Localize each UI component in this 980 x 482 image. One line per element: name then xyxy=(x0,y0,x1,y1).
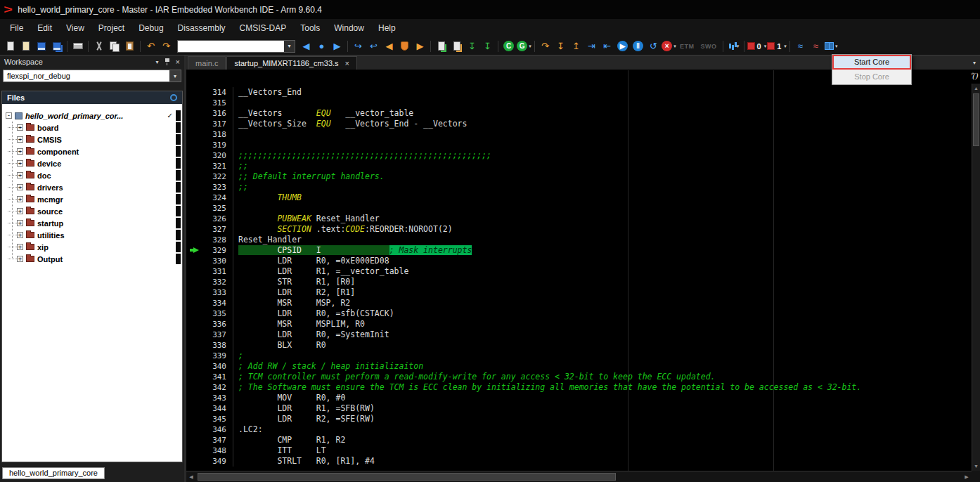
code-text[interactable] xyxy=(233,129,972,140)
go-button[interactable]: ▶ xyxy=(615,39,630,53)
close-icon[interactable]: × xyxy=(176,58,180,66)
caret-down-icon[interactable]: ▾ xyxy=(529,44,531,49)
breakpoint-margin[interactable] xyxy=(186,403,205,414)
code-text[interactable]: LDR R2, =SFE(RW) xyxy=(233,414,972,424)
toggle-bookmark-button[interactable] xyxy=(397,39,412,53)
breakpoint-margin[interactable] xyxy=(186,108,205,119)
scroll-right-icon[interactable]: ▶ xyxy=(962,471,972,482)
tab-list-button[interactable]: ▾ xyxy=(973,60,976,66)
expand-box-icon[interactable]: + xyxy=(17,172,23,178)
code-text[interactable]: CMP R1, R2 xyxy=(233,435,972,445)
breakpoint-margin[interactable] xyxy=(186,235,205,245)
code-text[interactable]: Reset_Handler xyxy=(233,235,972,245)
step-into-button[interactable]: ↧ xyxy=(553,39,568,53)
code-text[interactable]: LDR R0, =sfb(CSTACK) xyxy=(233,308,972,319)
breakpoint-margin[interactable] xyxy=(186,98,205,108)
breakpoint-margin[interactable] xyxy=(186,182,205,193)
goto-back-button[interactable]: ↩ xyxy=(366,39,381,53)
breakpoint-margin[interactable] xyxy=(186,224,205,235)
breakpoint-margin[interactable] xyxy=(186,214,205,224)
expand-box-icon[interactable]: + xyxy=(17,184,23,190)
menu-item-start-core[interactable]: Start Core xyxy=(832,55,911,70)
collapse-box-icon[interactable]: - xyxy=(6,112,12,119)
code-text[interactable]: __Vectors EQU __vector_table xyxy=(233,108,972,119)
pin-icon[interactable] xyxy=(164,58,171,66)
tab-main-c[interactable]: main.c xyxy=(188,56,226,70)
step-over-button[interactable]: ↷ xyxy=(538,39,553,53)
breakpoint-margin[interactable] xyxy=(186,372,205,382)
tree-item-project[interactable]: -hello_world_primary_cor...✓ xyxy=(6,110,182,122)
caret-down-icon[interactable]: ▾ xyxy=(784,44,787,49)
chevron-down-icon[interactable]: ▾ xyxy=(156,59,159,65)
caret-down-icon[interactable]: ▾ xyxy=(835,44,838,49)
code-text[interactable]: ; Add RW / stack / heap initializaiton xyxy=(233,361,972,372)
tree-item-board[interactable]: +board xyxy=(6,122,182,133)
scroll-down-icon[interactable]: ▼ xyxy=(972,462,980,471)
save-file-icon[interactable] xyxy=(34,39,49,53)
download-button[interactable]: ↧ xyxy=(465,39,479,53)
probe-blue-icon[interactable]: ≈ xyxy=(793,39,808,53)
tab-close-icon[interactable]: × xyxy=(345,57,349,70)
breakpoint-margin[interactable] xyxy=(186,87,205,98)
code-text[interactable]: ;; xyxy=(233,161,972,171)
breakpoint-margin[interactable] xyxy=(186,330,205,340)
menu-item-file[interactable]: File xyxy=(3,20,30,36)
code-text[interactable] xyxy=(233,140,972,150)
profiling-icon[interactable]: ▾ xyxy=(726,39,741,53)
tree-item-xip[interactable]: +xip xyxy=(6,241,182,253)
code-text[interactable]: ;; Default interrupt handlers. xyxy=(233,171,972,182)
code-text[interactable]: LDR R1, =SFB(RW) xyxy=(233,403,972,414)
code-text[interactable]: THUMB xyxy=(233,193,972,203)
tree-item-output[interactable]: +Output xyxy=(6,253,182,265)
reset-button[interactable]: ↺ xyxy=(646,39,661,53)
menu-item-help[interactable]: Help xyxy=(371,20,403,36)
breakpoint-margin[interactable] xyxy=(186,319,205,330)
code-text[interactable]: ;;;;;;;;;;;;;;;;;;;;;;;;;;;;;;;;;;;;;;;;… xyxy=(233,150,972,161)
undo-button[interactable]: ↶ xyxy=(143,39,158,53)
horizontal-scroll-thumb[interactable] xyxy=(198,473,616,481)
horizontal-scrollbar[interactable]: ◀ ▶ xyxy=(186,471,972,482)
breakpoint-margin[interactable] xyxy=(186,161,205,171)
code-text[interactable]: ; xyxy=(233,351,972,361)
breakpoint-margin[interactable] xyxy=(186,256,205,266)
code-text[interactable]: LDR R2, [R1] xyxy=(233,287,972,298)
breakpoint-margin[interactable] xyxy=(186,456,205,467)
code-text[interactable]: __Vectors_Size EQU __Vectors_End - __Vec… xyxy=(233,119,972,129)
compile-button[interactable] xyxy=(434,39,449,53)
code-text[interactable]: CPSID I ; Mask interrupts xyxy=(233,245,972,256)
save-all-icon[interactable] xyxy=(49,39,64,53)
tree-item-utilities[interactable]: +utilities xyxy=(6,229,182,241)
run-to-cursor-button[interactable]: ⇤ xyxy=(600,39,614,53)
menu-item-debug[interactable]: Debug xyxy=(131,20,170,36)
expand-box-icon[interactable]: + xyxy=(17,196,23,202)
tree-item-component[interactable]: +component xyxy=(6,145,182,157)
make-button[interactable] xyxy=(449,39,464,53)
breakpoint-margin[interactable] xyxy=(186,393,205,403)
code-text[interactable]: BLX R0 xyxy=(233,340,972,351)
configuration-caret-icon[interactable]: ▾ xyxy=(169,70,181,82)
breakpoint-margin[interactable] xyxy=(186,277,205,287)
tree-item-source[interactable]: +source xyxy=(6,205,182,217)
nav-back-button[interactable]: ◀ xyxy=(299,39,314,53)
code-text[interactable]: MSR MSP, R2 xyxy=(233,298,972,308)
breakpoint-margin[interactable] xyxy=(186,308,205,319)
breakpoint-margin[interactable] xyxy=(186,171,205,182)
stop-debug-button[interactable]: ×▾ xyxy=(662,39,676,53)
vertical-scroll-thumb[interactable] xyxy=(973,93,979,146)
breakpoint-margin[interactable] xyxy=(186,424,205,435)
nav-forward-button[interactable]: ▶ xyxy=(330,39,344,53)
workspace-bottom-tab[interactable]: hello_world_primary_core xyxy=(2,467,105,479)
menu-item-cmsis-dap[interactable]: CMSIS-DAP xyxy=(233,20,294,36)
next-statement-button[interactable]: ⇥ xyxy=(584,39,599,53)
tree-item-drivers[interactable]: +drivers xyxy=(6,181,182,193)
paste-icon[interactable] xyxy=(122,39,137,53)
breakpoint-margin[interactable] xyxy=(186,203,205,214)
caret-down-icon[interactable]: ▾ xyxy=(764,44,767,49)
code-text[interactable] xyxy=(233,203,972,214)
next-bookmark-button[interactable]: ▶ xyxy=(413,39,427,53)
tab-startup-mimxrt1186-cm33-s[interactable]: startup_MIMXRT1186_cm33.s× xyxy=(226,56,357,70)
step-out-button[interactable]: ↥ xyxy=(569,39,584,53)
menu-item-disassembly[interactable]: Disassembly xyxy=(171,20,233,36)
code-text[interactable]: LDR R1, =__vector_table xyxy=(233,266,972,277)
expand-box-icon[interactable]: + xyxy=(17,220,23,226)
